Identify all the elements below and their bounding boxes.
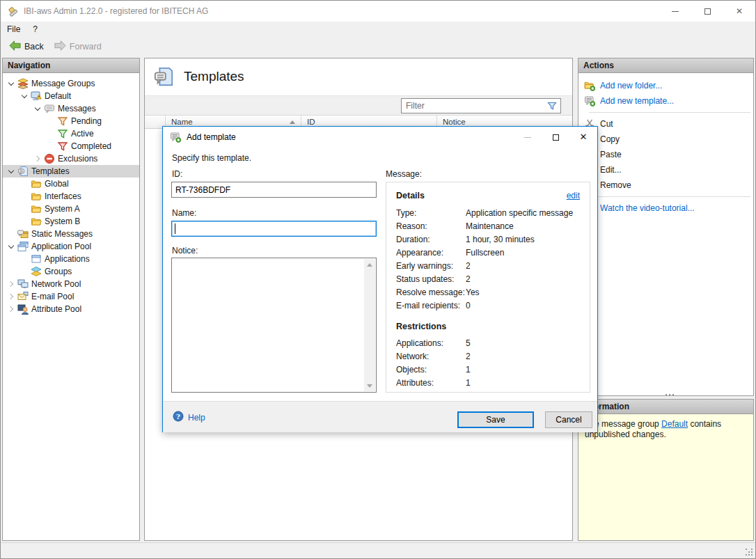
minimize-button[interactable] (659, 1, 691, 22)
tree-item-static-messages[interactable]: Static Messages (3, 228, 139, 240)
forward-button[interactable]: Forward (49, 38, 107, 56)
chevron-down-icon[interactable] (6, 78, 16, 89)
dialog-title-bar: Add template (163, 127, 597, 148)
toolbar: Back Forward (1, 37, 755, 56)
expander-spacer (19, 191, 29, 202)
tree-item-active[interactable]: Active (3, 127, 139, 140)
tree-item-applications[interactable]: Applications (3, 253, 139, 265)
kv-value: Yes (466, 288, 580, 297)
notice-label: Notice: (172, 246, 198, 255)
information-text: The message group Default contains unpub… (578, 414, 753, 540)
chevron-down-icon[interactable] (6, 241, 16, 252)
resize-grip[interactable] (745, 548, 753, 556)
kv-label: Resolve message: (396, 288, 466, 297)
messages-icon (44, 103, 55, 114)
tree-item-completed[interactable]: Completed (3, 140, 139, 152)
templates-icon (17, 166, 29, 177)
kv-label: Objects: (396, 365, 466, 375)
tree-item-system-b[interactable]: System B (3, 215, 139, 228)
app-icon (6, 5, 19, 17)
action-watch-the-video-tutorial[interactable]: Watch the video-tutorial... (578, 200, 753, 216)
tree-item-e-mail-pool[interactable]: E-mail Pool (3, 290, 139, 303)
chevron-right-icon[interactable] (32, 153, 42, 164)
expander-spacer (45, 141, 56, 152)
notice-scrollbar[interactable] (364, 259, 375, 391)
action-paste[interactable]: Paste (578, 147, 753, 162)
chevron-down-icon[interactable] (6, 166, 16, 177)
notice-textarea[interactable] (171, 258, 377, 393)
tree-item-interfaces[interactable]: Interfaces (3, 190, 139, 203)
action-edit[interactable]: Edit... (578, 162, 753, 178)
tree-item-attribute-pool[interactable]: Attribute Pool (3, 303, 139, 315)
details-heading: Details (396, 191, 425, 200)
tree-item-message-groups[interactable]: Message Groups (3, 77, 139, 90)
default-group-icon (31, 90, 42, 102)
help-link[interactable]: ? Help (173, 411, 205, 424)
window-title: IBI-aws Admin 1.22.0 - registered for IB… (24, 6, 208, 16)
kv-label: Duration: (396, 235, 466, 244)
scroll-down-icon[interactable] (364, 380, 375, 391)
filter-icon[interactable] (546, 100, 558, 111)
close-button[interactable] (723, 1, 755, 22)
tree-item-global[interactable]: Global (3, 178, 139, 190)
back-button[interactable]: Back (3, 38, 49, 56)
main-header: Templates (145, 58, 572, 95)
kv-label: Early warnings: (396, 261, 466, 271)
application-pool-icon (17, 241, 29, 252)
window-controls (659, 1, 755, 22)
chevron-right-icon[interactable] (6, 278, 16, 290)
menu-help[interactable]: ? (26, 22, 44, 37)
dialog-maximize-button[interactable] (542, 127, 569, 148)
chevron-right-icon[interactable] (6, 304, 16, 315)
chevron-right-icon[interactable] (6, 291, 16, 302)
email-pool-icon (17, 291, 29, 302)
scroll-up-icon[interactable] (364, 259, 375, 270)
tree-item-pending[interactable]: Pending (3, 115, 139, 127)
tree-item-exclusions[interactable]: Exclusions (3, 152, 139, 165)
default-group-link[interactable]: Default (661, 419, 688, 429)
tree-item-network-pool[interactable]: Network Pool (3, 278, 139, 290)
action-cut[interactable]: Cut (578, 116, 753, 132)
kv-value: Maintenance (466, 221, 580, 231)
folder-icon (31, 203, 42, 214)
dialog-close-button[interactable] (569, 127, 597, 148)
exclusions-icon (44, 153, 55, 164)
dialog-window-controls (514, 127, 597, 148)
tree-item-groups[interactable]: Groups (3, 265, 139, 278)
name-field[interactable] (171, 221, 377, 237)
id-field[interactable] (171, 182, 377, 198)
tree-item-messages[interactable]: Messages (3, 102, 139, 115)
kv-value: 0 (466, 301, 580, 310)
action-add-new-template[interactable]: Add new template... (578, 93, 753, 109)
cancel-button[interactable]: Cancel (545, 411, 592, 428)
menu-bar: File ? (1, 22, 755, 37)
tree-item-label: Applications (45, 254, 90, 264)
tree-item-system-a[interactable]: System A (3, 203, 139, 215)
action-remove[interactable]: Remove (578, 178, 753, 193)
chevron-down-icon[interactable] (19, 90, 29, 102)
panel-splitter-handle[interactable] (578, 392, 754, 397)
message-label: Message: (386, 169, 422, 179)
actions-separator (589, 196, 750, 197)
tree-item-label: Exclusions (58, 154, 97, 164)
edit-message-link[interactable]: edit (567, 191, 580, 200)
action-copy[interactable]: Copy (578, 132, 753, 147)
tree-item-label: Interfaces (45, 191, 81, 201)
add-folder-icon (584, 80, 595, 91)
maximize-button[interactable] (691, 1, 723, 22)
kv-value: Fullscreen (466, 248, 580, 258)
forward-label: Forward (70, 42, 102, 52)
save-button[interactable]: Save (457, 411, 534, 428)
tree-item-application-pool[interactable]: Application Pool (3, 240, 139, 253)
actions-panel: Actions Add new folder...Add new templat… (578, 58, 754, 396)
dialog-minimize-button (514, 127, 542, 148)
chevron-down-icon[interactable] (32, 103, 42, 114)
message-details-panel: Details edit Type:Application specific m… (386, 182, 590, 393)
kv-label: Attributes: (396, 378, 466, 388)
tree-item-default[interactable]: Default (3, 90, 139, 102)
kv-value: 2 (466, 261, 580, 271)
action-add-new-folder[interactable]: Add new folder... (578, 78, 753, 93)
filter-input[interactable] (401, 98, 561, 113)
menu-file[interactable]: File (1, 22, 26, 37)
tree-item-templates[interactable]: Templates (3, 165, 139, 178)
